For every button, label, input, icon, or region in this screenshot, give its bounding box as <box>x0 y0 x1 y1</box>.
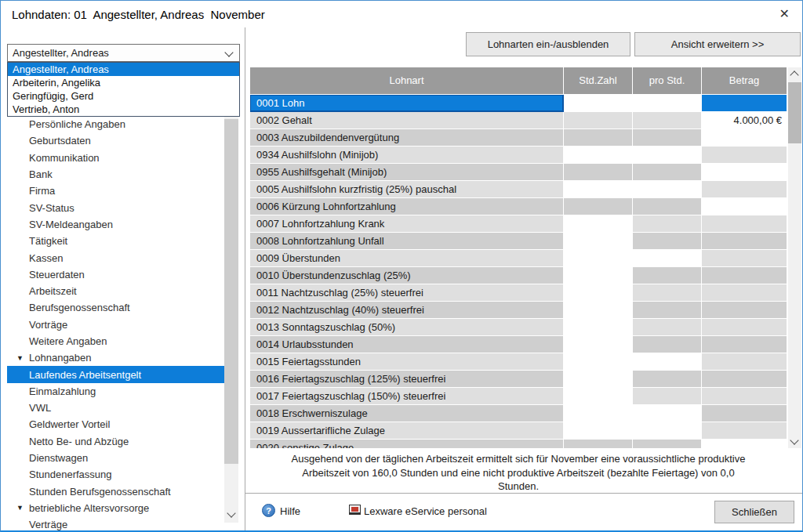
sidebar-tree-item[interactable]: ▼ Geldwerter Vorteil <box>7 416 224 432</box>
cell-betrag[interactable] <box>702 181 787 197</box>
cell-lohnart[interactable]: 0013 Sonntagszuschlag (50%) <box>250 319 563 335</box>
table-row[interactable]: 0002 Gehalt 4.000,00 € <box>250 112 787 128</box>
cell-lohnart[interactable]: 0008 Lohnfortzahlung Unfall <box>250 233 563 249</box>
cell-betrag[interactable] <box>702 319 787 335</box>
cell-pro-std[interactable] <box>633 198 701 215</box>
cell-lohnart[interactable]: 0014 Urlaubsstunden <box>250 336 563 353</box>
cell-std-zahl[interactable] <box>564 405 632 422</box>
expand-view-button[interactable]: Ansicht erweitern >> <box>634 32 801 56</box>
cell-std-zahl[interactable] <box>564 250 632 266</box>
cell-lohnart[interactable]: 0003 Auszubildendenvergütung <box>250 129 563 146</box>
cell-lohnart[interactable]: 0016 Feiertagszuschlag (125%) steuerfrei <box>250 371 563 387</box>
sidebar-scrollbar[interactable] <box>224 116 238 523</box>
table-scrollbar-thumb[interactable] <box>788 82 801 143</box>
cell-betrag[interactable] <box>702 164 787 180</box>
cell-pro-std[interactable] <box>633 215 701 232</box>
cell-pro-std[interactable] <box>633 371 701 387</box>
cell-std-zahl[interactable] <box>564 129 632 146</box>
sidebar-tree-item[interactable]: ▼ betriebliche Altersvorsorge <box>7 500 224 516</box>
sidebar-tree-item[interactable]: ▼ Kommunikation <box>7 150 224 166</box>
table-row[interactable]: 0006 Kürzung Lohnfortzahlung <box>250 198 787 215</box>
cell-betrag[interactable] <box>702 302 787 318</box>
table-row[interactable]: 0007 Lohnfortzahlung Krank <box>250 215 787 232</box>
table-row[interactable]: 0016 Feiertagszuschlag (125%) steuerfrei <box>250 371 787 387</box>
cell-std-zahl[interactable] <box>564 319 632 335</box>
table-row[interactable]: 0955 Aushilfsgehalt (Minijob) <box>250 164 787 180</box>
cell-std-zahl[interactable] <box>564 353 632 370</box>
help-icon[interactable]: ? <box>262 504 275 517</box>
cell-pro-std[interactable] <box>633 336 701 353</box>
sidebar-tree-item[interactable]: ▼ SV-Meldeangaben <box>7 216 224 233</box>
table-row[interactable]: 0003 Auszubildendenvergütung <box>250 129 787 146</box>
cell-pro-std[interactable] <box>633 405 701 422</box>
table-row[interactable]: 0014 Urlaubsstunden <box>250 336 787 353</box>
cell-lohnart[interactable]: 0002 Gehalt <box>250 112 563 128</box>
cell-betrag[interactable] <box>702 250 787 266</box>
cell-std-zahl[interactable] <box>564 371 632 387</box>
cell-std-zahl[interactable] <box>564 302 632 318</box>
cell-lohnart[interactable]: 0017 Feiertagszuschlag (150%) steuerfrei <box>250 388 563 404</box>
cell-pro-std[interactable] <box>633 440 701 448</box>
cell-betrag[interactable] <box>702 440 787 448</box>
table-row[interactable]: 0005 Aushilfslohn kurzfristig (25%) paus… <box>250 181 787 197</box>
sidebar-tree-item[interactable]: ▼ Stunden Berufsgenossenschaft <box>7 483 224 500</box>
cell-lohnart[interactable]: 0020 sonstige Zulage <box>250 440 563 448</box>
cell-betrag[interactable] <box>702 215 787 232</box>
cell-lohnart[interactable]: 0934 Aushilfslohn (Minijob) <box>250 147 563 163</box>
cell-std-zahl[interactable] <box>564 233 632 249</box>
cell-pro-std[interactable] <box>633 388 701 404</box>
sidebar-tree-item[interactable]: ▼ Tätigkeit <box>7 233 224 249</box>
cell-betrag[interactable] <box>702 371 787 387</box>
cell-std-zahl[interactable] <box>564 267 632 284</box>
cell-betrag[interactable] <box>702 129 787 146</box>
cell-std-zahl[interactable] <box>564 147 632 163</box>
cell-std-zahl[interactable] <box>564 181 632 197</box>
employee-option[interactable]: Geringfügig, Gerd <box>8 89 239 103</box>
cell-lohnart[interactable]: 0010 Überstundenzuschlag (25%) <box>250 267 563 284</box>
sidebar-tree-item[interactable]: ▼ Firma <box>7 183 224 199</box>
cell-lohnart[interactable]: 0955 Aushilfsgehalt (Minijob) <box>250 164 563 180</box>
cell-betrag[interactable] <box>702 353 787 370</box>
table-row[interactable]: 0934 Aushilfslohn (Minijob) <box>250 147 787 163</box>
employee-option[interactable]: Arbeiterin, Angelika <box>8 76 239 89</box>
cell-betrag[interactable] <box>702 95 787 111</box>
cell-lohnart[interactable]: 0001 Lohn <box>250 95 563 111</box>
cell-lohnart[interactable]: 0011 Nachtzuschlag (25%) steuerfrei <box>250 284 563 301</box>
sidebar-tree-item[interactable]: ▼ Arbeitszeit <box>7 283 224 299</box>
table-row[interactable]: 0018 Erschwerniszulage <box>250 405 787 422</box>
employee-select[interactable]: Angestellter, Andreas <box>7 44 240 62</box>
column-header-pro-std[interactable]: pro Std. <box>633 67 701 94</box>
cell-pro-std[interactable] <box>633 147 701 163</box>
sidebar-tree-item[interactable]: ▼ Persönliche Angaben <box>7 116 224 132</box>
table-row[interactable]: 0017 Feiertagszuschlag (150%) steuerfrei <box>250 388 787 404</box>
cell-std-zahl[interactable] <box>564 215 632 232</box>
sidebar-tree-item[interactable]: ▼ Dienstwagen <box>7 450 224 466</box>
cell-std-zahl[interactable] <box>564 440 632 448</box>
triangle-down-icon[interactable]: ▼ <box>16 354 29 362</box>
cell-betrag[interactable] <box>702 267 787 284</box>
cell-pro-std[interactable] <box>633 233 701 249</box>
cell-pro-std[interactable] <box>633 319 701 335</box>
cell-lohnart[interactable]: 0006 Kürzung Lohnfortzahlung <box>250 198 563 215</box>
scroll-down-icon[interactable] <box>227 508 235 517</box>
cell-betrag[interactable] <box>702 284 787 301</box>
cell-betrag[interactable] <box>702 233 787 249</box>
sidebar-tree-item[interactable]: ▼ VWL <box>7 400 224 416</box>
cell-lohnart[interactable]: 0007 Lohnfortzahlung Krank <box>250 215 563 232</box>
table-row[interactable]: 0011 Nachtzuschlag (25%) steuerfrei <box>250 284 787 301</box>
cell-pro-std[interactable] <box>633 164 701 180</box>
sidebar-tree-item[interactable]: ▼ Kassen <box>7 249 224 266</box>
toggle-wage-types-button[interactable]: Lohnarten ein-/ausblenden <box>466 32 630 56</box>
cell-lohnart[interactable]: 0009 Überstunden <box>250 250 563 266</box>
table-scrollbar[interactable] <box>788 67 801 448</box>
column-header-betrag[interactable]: Betrag <box>702 67 787 94</box>
sidebar-tree-item[interactable]: ▼ SV-Status <box>7 199 224 215</box>
cell-betrag[interactable]: 4.000,00 € <box>702 112 787 128</box>
cell-betrag[interactable] <box>702 405 787 422</box>
cell-std-zahl[interactable] <box>564 164 632 180</box>
triangle-down-icon[interactable]: ▼ <box>16 504 29 512</box>
sidebar-tree-item[interactable]: ▼ Lohnangaben <box>7 349 224 366</box>
cell-pro-std[interactable] <box>633 353 701 370</box>
cell-pro-std[interactable] <box>633 181 701 197</box>
sidebar-tree-item[interactable]: ▼ Vorträge <box>7 317 224 333</box>
